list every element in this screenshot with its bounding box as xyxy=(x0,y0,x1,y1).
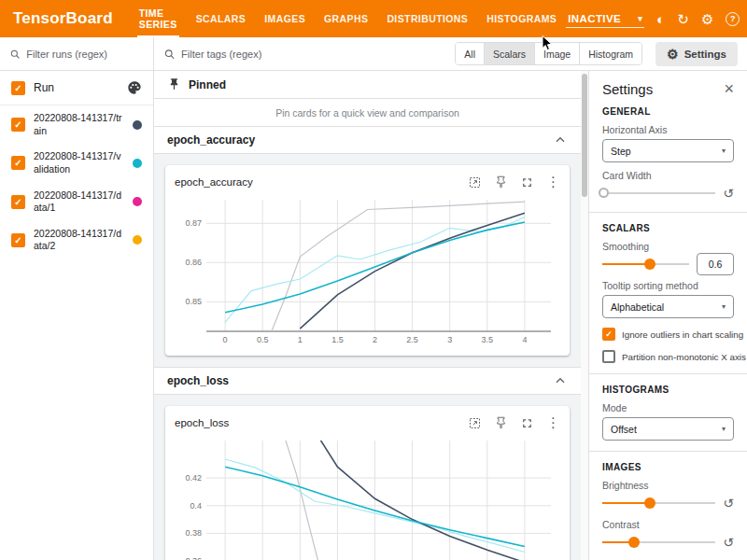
histogram-mode-label: Mode xyxy=(602,402,734,413)
smoothing-value-input[interactable] xyxy=(697,253,734,275)
card-width-label: Card Width xyxy=(602,170,734,181)
tensorboard-app: TensorBoard TIME SERIES SCALARS IMAGES G… xyxy=(0,0,747,560)
horizontal-axis-select[interactable]: Step ▾ xyxy=(602,139,734,162)
settings-title: Settings xyxy=(602,81,653,97)
filter-runs-input[interactable] xyxy=(26,49,144,60)
chevron-down-icon: ▾ xyxy=(722,302,726,311)
smoothing-slider[interactable] xyxy=(602,258,689,271)
settings-button[interactable]: ⚙ Settings xyxy=(655,42,738,66)
section-epoch-accuracy[interactable]: epoch_accuracy xyxy=(154,127,581,154)
pin-icon[interactable] xyxy=(494,175,508,189)
svg-text:4: 4 xyxy=(522,335,527,344)
run-checkbox[interactable]: ✓ xyxy=(11,195,25,209)
chevron-down-icon: ▾ xyxy=(638,14,642,23)
tooltip-sorting-label: Tooltip sorting method xyxy=(602,280,734,291)
pin-icon[interactable] xyxy=(494,416,508,430)
palette-icon[interactable] xyxy=(127,80,142,95)
ignore-outliers-label: Ignore outliers in chart scaling xyxy=(622,329,743,340)
tab-time-series[interactable]: TIME SERIES xyxy=(130,0,187,37)
general-heading: GENERAL xyxy=(602,106,734,117)
fit-domain-icon[interactable] xyxy=(468,175,482,189)
reset-icon[interactable]: ↺ xyxy=(723,536,734,549)
tab-distributions[interactable]: DISTRIBUTIONS xyxy=(377,0,477,37)
filter-toggle-scalars[interactable]: Scalars xyxy=(485,43,535,64)
tab-histograms[interactable]: HISTOGRAMS xyxy=(477,0,566,37)
filter-toggle-image[interactable]: Image xyxy=(535,43,580,64)
chevron-up-icon[interactable] xyxy=(553,373,568,388)
svg-text:1: 1 xyxy=(298,335,303,344)
histogram-mode-select[interactable]: Offset ▾ xyxy=(602,417,734,441)
section-epoch-loss[interactable]: epoch_loss xyxy=(154,368,581,395)
more-options-icon[interactable]: ⋮ xyxy=(546,414,560,431)
tooltip-sorting-select[interactable]: Alphabetical ▾ xyxy=(602,295,734,318)
main-scrollbar[interactable] xyxy=(581,71,588,560)
toolbar-main: All Scalars Image Histogram ⚙ Settings xyxy=(154,37,747,70)
reset-icon[interactable]: ↺ xyxy=(723,497,734,510)
runs-header-row: ✓ Run xyxy=(0,71,153,105)
filter-toggle-histogram[interactable]: Histogram xyxy=(580,43,641,64)
more-options-icon[interactable]: ⋮ xyxy=(546,174,560,190)
filter-tags-input[interactable] xyxy=(181,49,442,60)
cards-area: Pinned Pin cards for a quick view and co… xyxy=(154,71,581,560)
run-color-dot[interactable] xyxy=(133,235,142,245)
scalars-heading: SCALARS xyxy=(602,223,734,233)
svg-text:1.5: 1.5 xyxy=(331,335,344,344)
run-checkbox[interactable]: ✓ xyxy=(11,118,25,132)
run-name: 20220808-141317/validation xyxy=(34,150,124,175)
epoch-loss-chart[interactable]: 00.511.522.533.540.360.380.40.42 xyxy=(175,435,560,560)
smoothing-row xyxy=(602,256,734,273)
card-width-slider[interactable] xyxy=(602,187,715,200)
ignore-outliers-checkbox[interactable]: ✓ Ignore outliers in chart scaling xyxy=(602,328,734,341)
runs-sidebar: ✓ Run ✓ 20220808-141317/train ✓ 20220808… xyxy=(0,71,154,560)
images-heading: IMAGES xyxy=(602,462,734,472)
select-all-runs-checkbox[interactable]: ✓ xyxy=(11,81,25,95)
settings-panel: Settings × GENERAL Horizontal Axis Step … xyxy=(588,71,747,560)
fit-domain-icon[interactable] xyxy=(468,416,482,430)
run-color-dot[interactable] xyxy=(133,197,142,206)
card-header: epoch_loss ⋮ xyxy=(175,411,560,435)
help-icon[interactable]: ? xyxy=(726,12,740,26)
run-checkbox[interactable]: ✓ xyxy=(11,233,25,247)
svg-text:0.5: 0.5 xyxy=(257,335,269,344)
close-icon[interactable]: × xyxy=(724,80,734,97)
partition-x-axis-label: Partition non-monotonic X axis xyxy=(622,352,746,362)
epoch-accuracy-chart[interactable]: 00.511.522.533.540.850.860.87 xyxy=(175,194,560,348)
tab-scalars[interactable]: SCALARS xyxy=(187,0,256,37)
scrollbar-thumb[interactable] xyxy=(582,74,587,197)
slider-thumb[interactable] xyxy=(644,259,655,270)
run-color-dot[interactable] xyxy=(133,120,142,130)
partition-x-axis-checkbox[interactable]: ✓ Partition non-monotonic X axis i xyxy=(602,350,734,363)
app-title: TensorBoard xyxy=(0,0,130,37)
brightness-slider[interactable] xyxy=(602,497,715,510)
run-color-dot[interactable] xyxy=(133,159,142,168)
tab-graphs[interactable]: GRAPHS xyxy=(315,0,377,37)
reload-status-dropdown[interactable]: INACTIVE ▾ xyxy=(566,10,644,28)
contrast-slider[interactable] xyxy=(602,536,715,549)
section-title: epoch_accuracy xyxy=(167,133,255,147)
histograms-heading: HISTOGRAMS xyxy=(602,385,734,395)
checkbox[interactable]: ✓ xyxy=(602,328,615,341)
refresh-icon[interactable]: ↻ xyxy=(677,12,689,26)
slider-thumb[interactable] xyxy=(644,497,655,509)
horizontal-axis-label: Horizontal Axis xyxy=(602,124,734,135)
reset-icon[interactable]: ↺ xyxy=(723,187,734,200)
runs-header-label: Run xyxy=(34,81,119,94)
slider-thumb[interactable] xyxy=(628,537,640,548)
card-region: epoch_accuracy ⋮ 00.511.522.533.540.850.… xyxy=(154,154,581,368)
settings-gear-icon[interactable]: ⚙ xyxy=(701,12,713,26)
svg-text:2: 2 xyxy=(373,335,377,344)
filter-toggle-all[interactable]: All xyxy=(456,43,485,64)
card-title: epoch_accuracy xyxy=(175,176,253,188)
slider-thumb[interactable] xyxy=(599,188,609,198)
theme-toggle-icon[interactable]: ◐ xyxy=(656,12,665,26)
fullscreen-icon[interactable] xyxy=(520,175,534,189)
fullscreen-icon[interactable] xyxy=(520,416,534,430)
tab-images[interactable]: IMAGES xyxy=(255,0,315,37)
card-title: epoch_loss xyxy=(175,417,229,428)
chart-card-epoch-loss: epoch_loss ⋮ 00.511.522.533.540.360.380.… xyxy=(165,406,570,560)
histogram-mode-value: Offset xyxy=(611,424,637,435)
run-checkbox[interactable]: ✓ xyxy=(11,156,25,170)
chevron-down-icon: ▾ xyxy=(722,147,726,155)
checkbox[interactable]: ✓ xyxy=(602,350,615,363)
chevron-up-icon[interactable] xyxy=(553,133,568,147)
